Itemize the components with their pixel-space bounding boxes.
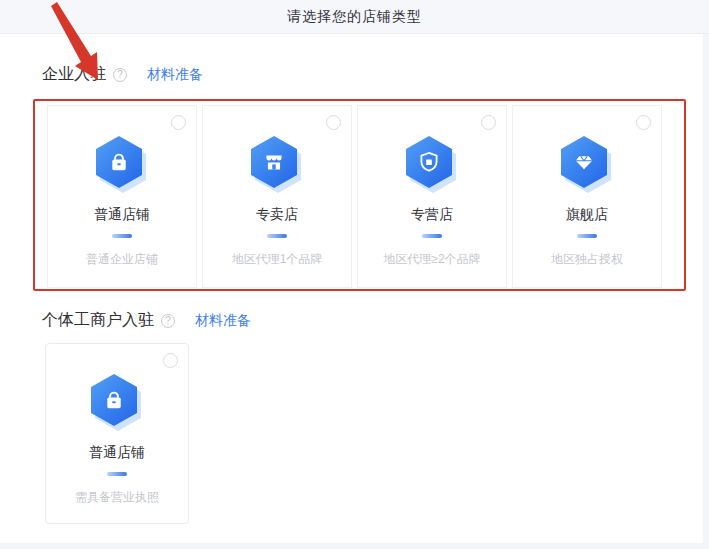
page-title: 请选择您的店铺类型 [287,8,422,26]
hexagon-badge [96,136,148,193]
hexagon-badge [561,136,613,193]
storefront-icon [261,149,287,175]
card-title: 专营店 [411,206,453,224]
card-accent-dash [112,234,132,238]
card-description: 地区代理1个品牌 [232,251,323,268]
bag-icon [101,387,127,413]
card-title: 普通店铺 [89,444,145,462]
card-ordinary-shop[interactable]: 普通店铺 普通企业店铺 [47,105,197,288]
card-description: 地区独占授权 [551,251,623,268]
red-arrow-annotation [38,2,104,82]
help-icon[interactable]: ? [113,68,127,82]
card-description: 地区代理≥2个品牌 [383,251,480,268]
radio-button[interactable] [163,353,178,368]
card-title: 旗舰店 [566,206,608,224]
page-header: 请选择您的店铺类型 [0,0,709,34]
card-accent-dash [267,234,287,238]
radio-button[interactable] [171,115,186,130]
card-accent-dash [577,234,597,238]
section-individual-title: 个体工商户入驻 [42,310,154,331]
card-title: 普通店铺 [94,206,150,224]
material-prepare-link[interactable]: 材料准备 [195,312,251,330]
hexagon-badge [91,374,143,431]
shield-icon [416,149,442,175]
bag-icon [106,149,132,175]
hexagon-badge [406,136,458,193]
card-accent-dash [422,234,442,238]
card-ordinary-shop-individual[interactable]: 普通店铺 需具备营业执照 [45,343,189,524]
material-prepare-link[interactable]: 材料准备 [147,66,203,84]
content-area: 企业入驻 ? 材料准备 普通店铺 普通企业店铺 [0,34,703,543]
help-icon[interactable]: ? [161,314,175,328]
radio-button[interactable] [636,115,651,130]
hexagon-badge [251,136,303,193]
section-individual-header: 个体工商户入驻 ? 材料准备 [42,310,251,331]
card-accent-dash [107,472,127,476]
card-description: 需具备营业执照 [75,489,159,506]
card-flagship-store[interactable]: 旗舰店 地区独占授权 [512,105,662,288]
gem-icon [571,149,597,175]
radio-button[interactable] [326,115,341,130]
card-title: 专卖店 [256,206,298,224]
radio-button[interactable] [481,115,496,130]
card-franchise-store[interactable]: 专营店 地区代理≥2个品牌 [357,105,507,288]
red-highlight-box: 普通店铺 普通企业店铺 专卖店 地区代理1个品牌 [33,99,686,291]
card-description: 普通企业店铺 [86,251,158,268]
card-specialty-store[interactable]: 专卖店 地区代理1个品牌 [202,105,352,288]
